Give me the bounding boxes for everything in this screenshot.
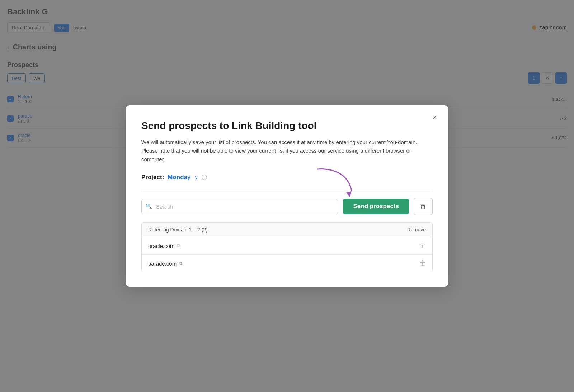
modal-overlay: × Send prospects to Link Building tool W… — [0, 0, 574, 392]
prospects-table: Referring Domain 1 – 2 (2) Remove oracle… — [141, 222, 433, 272]
search-icon: 🔍 — [146, 203, 152, 210]
prospects-table-header: Referring Domain 1 – 2 (2) Remove — [142, 223, 432, 237]
svg-marker-0 — [346, 191, 352, 197]
trash-icon: 🗑 — [420, 203, 427, 210]
project-info-icon[interactable]: ⓘ — [202, 174, 207, 181]
purple-arrow-annotation — [310, 166, 357, 203]
table-header-label: Referring Domain 1 – 2 (2) — [148, 227, 208, 233]
table-row: parade.com ⧉ 🗑 — [142, 255, 432, 272]
oracle-external-link-icon[interactable]: ⧉ — [177, 243, 180, 249]
delete-button[interactable]: 🗑 — [414, 198, 433, 215]
table-row: oracle.com ⧉ 🗑 — [142, 237, 432, 255]
oracle-domain-text: oracle.com — [148, 243, 174, 249]
modal-dialog: × Send prospects to Link Building tool W… — [126, 105, 448, 287]
project-name[interactable]: Monday — [168, 174, 190, 181]
parade-domain-link: parade.com ⧉ — [148, 260, 182, 267]
oracle-delete-icon[interactable]: 🗑 — [420, 242, 426, 249]
search-input-wrapper: 🔍 — [141, 199, 338, 214]
parade-delete-icon[interactable]: 🗑 — [420, 260, 426, 267]
send-prospects-button[interactable]: Send prospects — [343, 199, 409, 214]
project-label: Project: — [141, 174, 164, 181]
parade-domain-text: parade.com — [148, 260, 177, 267]
modal-description: We will automatically save your list of … — [141, 138, 433, 164]
modal-close-button[interactable]: × — [429, 112, 441, 123]
project-chevron-icon[interactable]: ∨ — [194, 175, 198, 180]
oracle-domain-link: oracle.com ⧉ — [148, 243, 180, 249]
search-input[interactable] — [141, 199, 338, 214]
parade-external-link-icon[interactable]: ⧉ — [179, 260, 182, 266]
modal-project-row: Project: Monday ∨ ⓘ — [141, 174, 433, 181]
table-remove-label: Remove — [407, 227, 426, 233]
modal-title: Send prospects to Link Building tool — [141, 120, 433, 132]
action-row: 🔍 Send prospects 🗑 — [141, 198, 433, 215]
modal-divider — [141, 190, 433, 190]
